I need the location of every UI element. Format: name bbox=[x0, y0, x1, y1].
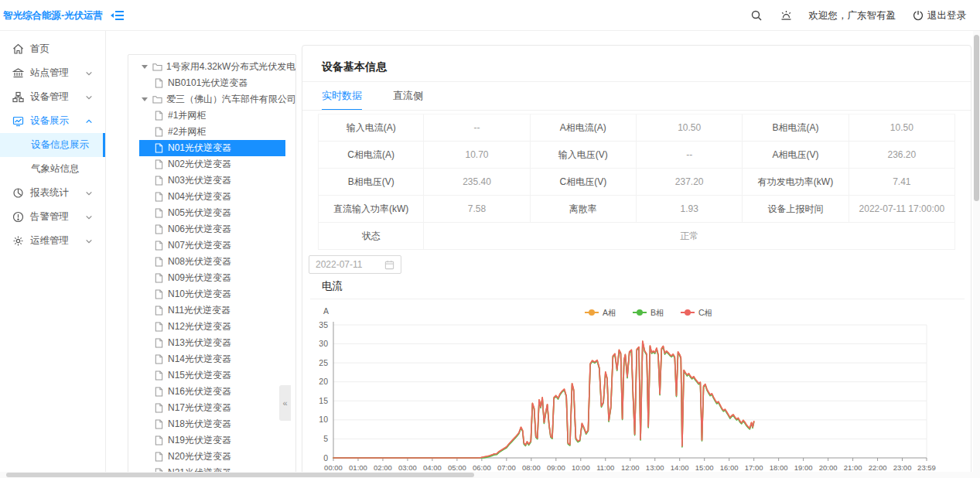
tree-node-2[interactable]: 爱三（佛山）汽车部件有限公司光伏发 bbox=[128, 91, 295, 108]
tab-1[interactable]: 直流侧 bbox=[393, 89, 423, 111]
sidebar-item-label: 首页 bbox=[30, 43, 50, 56]
menu-fold-icon[interactable] bbox=[110, 8, 125, 23]
file-icon bbox=[154, 78, 164, 88]
tree-node-15[interactable]: N11光伏逆变器 bbox=[128, 302, 295, 319]
sidebar-item-3[interactable]: 设备展示 bbox=[0, 109, 105, 133]
file-icon bbox=[154, 322, 164, 332]
logout-button[interactable]: 退出登录 bbox=[913, 9, 966, 22]
file-icon bbox=[154, 306, 164, 316]
tree-node-14[interactable]: N10光伏逆变器 bbox=[128, 286, 295, 302]
series-line-A相 bbox=[333, 341, 754, 458]
date-picker[interactable]: 2022-07-11 bbox=[309, 255, 401, 274]
tree-node-13[interactable]: N09光伏逆变器 bbox=[128, 270, 295, 286]
search-icon[interactable] bbox=[750, 9, 763, 22]
caret-down-icon[interactable] bbox=[142, 97, 148, 101]
tree-node-21[interactable]: N17光伏逆变器 bbox=[128, 400, 295, 416]
tree-node-label: #1并网柜 bbox=[168, 109, 206, 122]
header-right-cluster: 欢迎您，广东智有盈 退出登录 bbox=[750, 0, 967, 31]
legend-item-C相[interactable]: C相 bbox=[698, 308, 712, 317]
tree-node-label: N20光伏逆变器 bbox=[168, 450, 231, 463]
page-title: 设备基本信息 bbox=[322, 60, 387, 74]
table-cell-value: 237.20 bbox=[637, 169, 743, 195]
table-cell-value: 10.50 bbox=[849, 114, 955, 141]
tree-node-24[interactable]: N20光伏逆变器 bbox=[128, 449, 295, 465]
tree-node-5[interactable]: N01光伏逆变器 bbox=[128, 140, 295, 156]
tree-node-label: N08光伏逆变器 bbox=[168, 255, 231, 268]
sidebar-item-label: 运维管理 bbox=[30, 234, 69, 248]
alarm-icon[interactable] bbox=[780, 9, 792, 22]
sidebar-item-0[interactable]: 首页 bbox=[0, 37, 105, 61]
table-cell-value: 10.70 bbox=[424, 142, 530, 168]
legend-item-B相[interactable]: B相 bbox=[650, 308, 664, 317]
table-cell-value: 235.40 bbox=[424, 169, 530, 195]
vertical-scrollbar-thumb[interactable] bbox=[974, 35, 979, 201]
file-icon bbox=[154, 208, 164, 218]
svg-text:18:00: 18:00 bbox=[770, 463, 788, 472]
horizontal-scrollbar-thumb[interactable] bbox=[6, 473, 474, 477]
device-info-card: 设备基本信息 实时数据直流侧 输入电流(A)--A相电流(A)10.50B相电流… bbox=[302, 45, 971, 478]
file-icon bbox=[154, 111, 164, 121]
tree-node-12[interactable]: N08光伏逆变器 bbox=[128, 254, 295, 270]
sidebar-item-8[interactable]: 运维管理 bbox=[0, 229, 105, 253]
tree-node-label: N09光伏逆变器 bbox=[168, 271, 231, 285]
tree-node-18[interactable]: N14光伏逆变器 bbox=[128, 351, 295, 367]
calendar-icon bbox=[384, 260, 394, 270]
tree-node-8[interactable]: N04光伏逆变器 bbox=[128, 189, 295, 205]
sidebar-item-5[interactable]: 气象站信息 bbox=[0, 157, 105, 181]
tree-node-10[interactable]: N06光伏逆变器 bbox=[128, 221, 295, 237]
svg-text:04:00: 04:00 bbox=[423, 463, 442, 472]
legend-item-A相[interactable]: A相 bbox=[603, 308, 616, 317]
tree-node-0[interactable]: 1号家用4.32kW分布式光伏发电站 bbox=[128, 59, 295, 75]
svg-text:0: 0 bbox=[323, 453, 328, 463]
tab-0[interactable]: 实时数据 bbox=[322, 89, 362, 111]
sidebar-item-4[interactable]: 设备信息展示 bbox=[0, 133, 105, 157]
table-cell-label: 离散率 bbox=[531, 196, 637, 222]
svg-text:19:00: 19:00 bbox=[794, 463, 813, 472]
tree-node-20[interactable]: N16光伏逆变器 bbox=[128, 384, 295, 400]
svg-text:16:00: 16:00 bbox=[720, 463, 739, 472]
sidebar-item-1[interactable]: 站点管理 bbox=[0, 61, 105, 85]
svg-text:02:00: 02:00 bbox=[374, 463, 392, 472]
table-cell-value: 正常 bbox=[424, 223, 955, 249]
tree-node-1[interactable]: NB0101光伏逆变器 bbox=[128, 75, 295, 91]
sidebar-item-label: 站点管理 bbox=[30, 67, 69, 80]
tree-node-3[interactable]: #1并网柜 bbox=[128, 108, 295, 124]
date-picker-value: 2022-07-11 bbox=[316, 259, 384, 270]
tree-node-4[interactable]: #2并网柜 bbox=[128, 124, 295, 140]
tree-node-6[interactable]: N02光伏逆变器 bbox=[128, 156, 295, 172]
tree-node-22[interactable]: N18光伏逆变器 bbox=[128, 416, 295, 432]
series-line-C相 bbox=[333, 341, 754, 458]
horizontal-scrollbar[interactable] bbox=[0, 472, 980, 478]
tree-node-label: 爱三（佛山）汽车部件有限公司光伏发 bbox=[166, 93, 295, 106]
table-row: 直流输入功率(kW)7.58离散率1.93设备上报时间2022-07-11 17… bbox=[318, 196, 955, 223]
file-icon bbox=[154, 419, 164, 429]
tree-node-label: N10光伏逆变器 bbox=[168, 288, 231, 301]
caret-down-icon[interactable] bbox=[142, 65, 148, 69]
tree-node-23[interactable]: N19光伏逆变器 bbox=[128, 432, 295, 449]
vertical-scrollbar[interactable] bbox=[973, 31, 980, 478]
svg-text:08:00: 08:00 bbox=[522, 463, 541, 472]
tree-node-label: N06光伏逆变器 bbox=[168, 223, 231, 236]
sidebar-subitem-label: 设备信息展示 bbox=[31, 138, 89, 152]
file-icon bbox=[154, 273, 164, 283]
sidebar-nav: 首页站点管理设备管理设备展示设备信息展示气象站信息报表统计告警管理运维管理 bbox=[0, 31, 106, 478]
tree-node-16[interactable]: N12光伏逆变器 bbox=[128, 319, 295, 335]
top-bar: 智光综合能源-光伏运营 bbox=[0, 0, 980, 31]
svg-text:25: 25 bbox=[319, 358, 328, 367]
tree-node-9[interactable]: N05光伏逆变器 bbox=[128, 205, 295, 221]
sidebar-item-6[interactable]: 报表统计 bbox=[0, 181, 105, 205]
file-icon bbox=[154, 224, 164, 234]
tree-node-19[interactable]: N15光伏逆变器 bbox=[128, 367, 295, 384]
svg-text:20:00: 20:00 bbox=[819, 463, 838, 472]
file-icon bbox=[154, 127, 164, 137]
tree-node-11[interactable]: N07光伏逆变器 bbox=[128, 237, 295, 254]
sidebar-item-2[interactable]: 设备管理 bbox=[0, 85, 105, 109]
tree-node-label: N11光伏逆变器 bbox=[168, 304, 230, 317]
device-tree-panel: 1号家用4.32kW分布式光伏发电站NB0101光伏逆变器爱三（佛山）汽车部件有… bbox=[128, 54, 296, 478]
tree-node-17[interactable]: N13光伏逆变器 bbox=[128, 335, 295, 351]
file-icon bbox=[154, 192, 164, 202]
tree-node-label: N15光伏逆变器 bbox=[168, 369, 231, 382]
tree-node-7[interactable]: N03光伏逆变器 bbox=[128, 172, 295, 189]
sidebar-item-7[interactable]: 告警管理 bbox=[0, 205, 105, 229]
tree-collapse-handle[interactable]: « bbox=[279, 385, 291, 421]
